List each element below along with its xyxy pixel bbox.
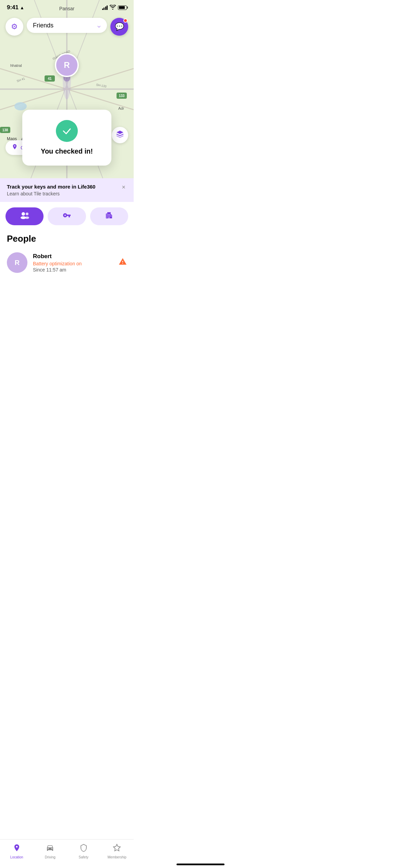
svg-text:Adr: Adr bbox=[118, 106, 124, 110]
avatar-initial: R bbox=[64, 60, 70, 70]
gear-icon: ⚙ bbox=[11, 22, 18, 31]
status-bar: 9:41 ▲ bbox=[0, 0, 134, 15]
svg-point-26 bbox=[26, 213, 28, 215]
battery-icon bbox=[118, 5, 127, 10]
status-icons bbox=[102, 5, 127, 11]
places-button[interactable] bbox=[90, 207, 128, 225]
person-name: Robert bbox=[33, 253, 113, 260]
bottom-sheet: Track your keys and more in Life360 Lear… bbox=[0, 178, 134, 312]
checkedin-popup: You checked in! bbox=[22, 110, 111, 166]
tile-banner-subtitle: Learn about Tile trackers bbox=[7, 191, 95, 196]
svg-text:133: 133 bbox=[119, 94, 125, 98]
location-arrow-icon: ▲ bbox=[20, 5, 24, 10]
layers-button[interactable] bbox=[112, 127, 128, 143]
chat-button[interactable]: 💬 bbox=[110, 18, 128, 36]
key-icon bbox=[63, 211, 71, 221]
action-buttons-row bbox=[0, 202, 134, 231]
tile-banner-close-button[interactable]: × bbox=[120, 184, 127, 191]
svg-point-27 bbox=[25, 217, 29, 219]
person-row[interactable]: R Robert Battery optimization on Since 1… bbox=[7, 250, 127, 276]
person-info: Robert Battery optimization on Since 11:… bbox=[33, 253, 113, 273]
person-avatar: R bbox=[7, 252, 27, 273]
wifi-icon bbox=[110, 5, 116, 11]
pin-icon bbox=[12, 144, 18, 152]
friends-label: Friends bbox=[33, 22, 53, 29]
chevron-down-icon: ⌵ bbox=[97, 22, 101, 29]
chat-icon: 💬 bbox=[115, 22, 124, 31]
svg-text:hhatral: hhatral bbox=[10, 63, 22, 68]
layers-icon bbox=[116, 130, 124, 140]
people-section: People R Robert Battery optimization on … bbox=[0, 231, 134, 281]
status-time: 9:41 ▲ bbox=[7, 4, 24, 11]
tile-banner-title: Track your keys and more in Life360 bbox=[7, 184, 95, 190]
friends-dropdown[interactable]: Friends ⌵ bbox=[27, 18, 107, 33]
tile-button[interactable] bbox=[48, 207, 86, 225]
time-label: 9:41 bbox=[7, 4, 19, 11]
signal-icon bbox=[102, 5, 108, 10]
success-icon bbox=[56, 120, 78, 142]
people-icon bbox=[20, 212, 29, 221]
svg-text:41: 41 bbox=[48, 77, 52, 81]
checkedin-message: You checked in! bbox=[41, 147, 93, 155]
tile-banner-content: Track your keys and more in Life360 Lear… bbox=[7, 184, 95, 196]
map-user-avatar[interactable]: R bbox=[55, 53, 79, 77]
building-icon bbox=[105, 211, 113, 221]
settings-button[interactable]: ⚙ bbox=[5, 18, 23, 36]
svg-point-17 bbox=[14, 102, 27, 110]
person-time: Since 11:57 am bbox=[33, 267, 113, 273]
warning-icon bbox=[119, 257, 127, 268]
people-section-title: People bbox=[7, 233, 127, 244]
svg-point-24 bbox=[22, 212, 25, 216]
people-button[interactable] bbox=[5, 207, 44, 225]
avatar-initial: R bbox=[15, 259, 20, 267]
person-status: Battery optimization on bbox=[33, 261, 113, 266]
tile-promo-banner: Track your keys and more in Life360 Lear… bbox=[0, 178, 134, 202]
map-container: 41 133 138 ISAND ROAD SH 41 SH-133 Pansa… bbox=[0, 0, 134, 178]
notification-badge bbox=[123, 19, 127, 23]
svg-text:138: 138 bbox=[2, 128, 8, 132]
